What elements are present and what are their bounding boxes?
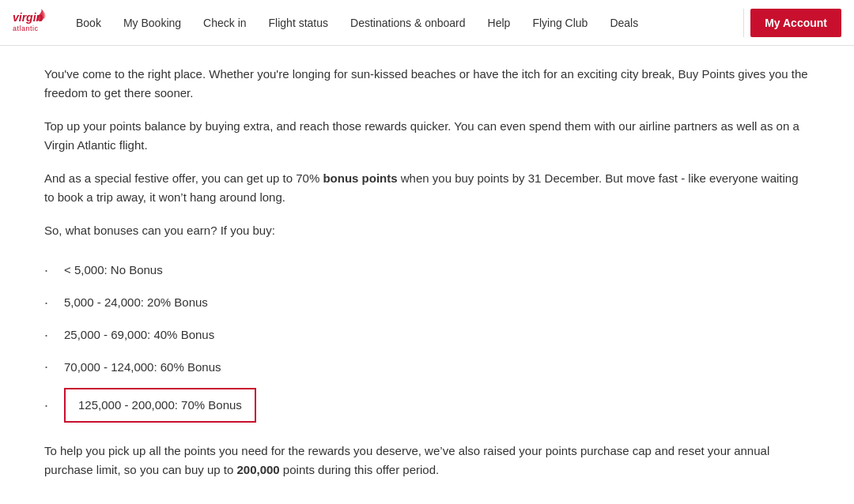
bullet-icon: · bbox=[44, 324, 48, 347]
footer-bold: 200,000 bbox=[236, 463, 279, 476]
list-item: · < 5,000: No Bonus bbox=[44, 254, 810, 287]
intro-paragraph-3: And as a special festive offer, you can … bbox=[44, 169, 810, 207]
intro-paragraph-1: You've come to the right place. Whether … bbox=[44, 65, 810, 103]
paragraph-4-prompt: So, what bonuses can you earn? If you bu… bbox=[44, 221, 810, 240]
bullet-icon: · bbox=[44, 355, 48, 378]
nav-my-booking[interactable]: My Booking bbox=[112, 0, 192, 46]
footer-paragraph: To help you pick up all the points you n… bbox=[44, 442, 810, 480]
nav-divider bbox=[743, 9, 744, 37]
nav-check-in[interactable]: Check in bbox=[192, 0, 257, 46]
logo[interactable]: virgin atlantic bbox=[13, 7, 46, 39]
list-item: · 5,000 - 24,000: 20% Bonus bbox=[44, 287, 810, 319]
nav-links: Book My Booking Check in Flight status D… bbox=[65, 0, 737, 46]
nav-flying-club[interactable]: Flying Club bbox=[521, 0, 599, 46]
navbar: virgin atlantic Book My Booking Check in… bbox=[0, 0, 854, 46]
tier-label: 25,000 - 69,000: 40% Bonus bbox=[64, 325, 214, 344]
nav-deals[interactable]: Deals bbox=[599, 0, 649, 46]
list-item: · 70,000 - 124,000: 60% Bonus bbox=[44, 351, 810, 383]
bullet-icon: · bbox=[44, 259, 48, 282]
nav-flight-status[interactable]: Flight status bbox=[258, 0, 339, 46]
nav-help[interactable]: Help bbox=[477, 0, 522, 46]
list-item-highlighted: · 125,000 - 200,000: 70% Bonus bbox=[44, 383, 810, 427]
tier-label-highlighted: 125,000 - 200,000: 70% Bonus bbox=[64, 388, 256, 423]
bullet-icon: · bbox=[44, 394, 48, 417]
tier-label: < 5,000: No Bonus bbox=[64, 261, 163, 280]
tier-label: 70,000 - 124,000: 60% Bonus bbox=[64, 358, 221, 377]
footer-suffix: points during this offer period. bbox=[280, 463, 440, 476]
nav-book[interactable]: Book bbox=[65, 0, 112, 46]
tier-label: 5,000 - 24,000: 20% Bonus bbox=[64, 293, 208, 312]
bullet-icon: · bbox=[44, 291, 48, 314]
intro-paragraph-2: Top up your points balance by buying ext… bbox=[44, 117, 810, 155]
svg-text:atlantic: atlantic bbox=[13, 24, 39, 32]
my-account-button[interactable]: My Account bbox=[750, 9, 841, 37]
bonus-tier-list: · < 5,000: No Bonus · 5,000 - 24,000: 20… bbox=[44, 254, 810, 427]
main-content: You've come to the right place. Whether … bbox=[0, 46, 854, 504]
virgin-atlantic-logo-icon: virgin atlantic bbox=[13, 7, 46, 39]
paragraph3-prefix: And as a special festive offer, you can … bbox=[44, 171, 323, 185]
list-item: · 25,000 - 69,000: 40% Bonus bbox=[44, 319, 810, 352]
paragraph3-bold: bonus points bbox=[323, 171, 397, 185]
nav-destinations-onboard[interactable]: Destinations & onboard bbox=[339, 0, 477, 46]
